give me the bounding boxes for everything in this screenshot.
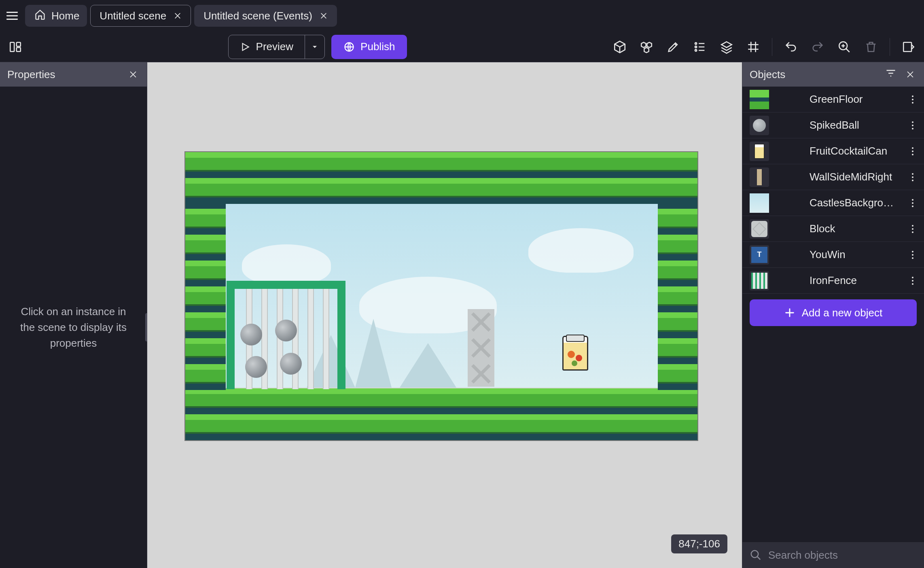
svg-point-13 xyxy=(912,125,913,126)
object-name: CastlesBackgro… xyxy=(810,197,897,209)
objects-list: GreenFloor SpikedBall FruitCocktailCan xyxy=(742,87,924,542)
svg-point-31 xyxy=(912,280,913,282)
svg-point-19 xyxy=(912,176,913,178)
object-row-block[interactable]: Block xyxy=(742,216,924,242)
topbar: Home Untitled scene Untitled scene (Even… xyxy=(0,0,924,32)
tab-home[interactable]: Home xyxy=(25,5,87,27)
object-thumb xyxy=(750,271,769,290)
toolbar: Preview Publish xyxy=(0,32,924,62)
svg-point-22 xyxy=(912,202,913,204)
object-name: IronFence xyxy=(810,274,897,287)
object-row-wallsidemidright[interactable]: WallSideMidRight xyxy=(742,164,924,190)
svg-point-27 xyxy=(912,251,913,252)
svg-point-26 xyxy=(912,231,913,233)
cursor-coordinates: 847;-106 xyxy=(671,534,727,553)
spiked-ball-instance[interactable] xyxy=(276,349,306,379)
spiked-ball-instance[interactable] xyxy=(241,352,271,382)
object-name: Block xyxy=(810,223,897,235)
spiked-ball-instance[interactable] xyxy=(236,320,266,350)
object-row-youwin[interactable]: T YouWin xyxy=(742,242,924,268)
block-stack[interactable] xyxy=(468,309,494,387)
cubes-icon[interactable] xyxy=(637,37,656,57)
object-row-castlesbackground[interactable]: CastlesBackgro… xyxy=(742,190,924,216)
iron-fence-instance[interactable] xyxy=(227,281,345,389)
object-menu-button[interactable] xyxy=(905,92,920,107)
green-floor-right[interactable] xyxy=(658,204,697,390)
block-instance[interactable] xyxy=(468,309,494,335)
object-thumb xyxy=(750,116,769,135)
search-input[interactable] xyxy=(768,549,917,562)
toolbar-separator xyxy=(772,38,772,56)
svg-rect-2 xyxy=(17,47,21,51)
green-floor-left[interactable] xyxy=(185,204,226,390)
objects-close-button[interactable] xyxy=(904,68,917,81)
green-floor-bottom[interactable] xyxy=(185,388,697,440)
object-menu-button[interactable] xyxy=(905,273,920,288)
object-row-ironfence[interactable]: IronFence xyxy=(742,268,924,294)
toolbar-separator xyxy=(890,38,890,56)
publish-button[interactable]: Publish xyxy=(331,35,407,59)
svg-point-21 xyxy=(912,199,913,201)
trash-icon[interactable] xyxy=(861,37,881,57)
toggle-panels-icon[interactable] xyxy=(6,37,25,57)
object-menu-button[interactable] xyxy=(905,144,920,159)
object-row-greenfloor[interactable]: GreenFloor xyxy=(742,87,924,112)
main-area: Properties Click on an instance in the s… xyxy=(0,62,924,568)
properties-close-button[interactable] xyxy=(127,68,140,81)
list-icon[interactable] xyxy=(690,37,710,57)
home-icon xyxy=(34,9,46,23)
object-menu-button[interactable] xyxy=(905,170,920,184)
object-name: SpikedBall xyxy=(810,119,897,131)
object-thumb xyxy=(750,167,769,187)
scene-viewport[interactable]: 847;-106 xyxy=(147,62,742,568)
grid-icon[interactable] xyxy=(744,37,763,57)
search-icon xyxy=(750,549,762,561)
svg-point-18 xyxy=(912,173,913,175)
undo-icon[interactable] xyxy=(781,37,801,57)
object-menu-button[interactable] xyxy=(905,248,920,262)
svg-point-14 xyxy=(912,128,913,129)
objects-title: Objects xyxy=(750,68,785,81)
pencil-icon[interactable] xyxy=(663,37,683,57)
add-object-button[interactable]: Add a new object xyxy=(750,299,917,326)
svg-point-30 xyxy=(912,277,913,278)
tab-close-button[interactable] xyxy=(172,10,183,21)
tab-scene-events[interactable]: Untitled scene (Events) xyxy=(194,5,337,27)
tab-home-label: Home xyxy=(51,10,79,22)
object-thumb xyxy=(750,90,769,109)
tab-close-button[interactable] xyxy=(318,10,329,21)
fruit-cocktail-can-instance[interactable] xyxy=(562,336,588,371)
svg-point-23 xyxy=(912,206,913,207)
properties-placeholder: Click on an instance in the scene to dis… xyxy=(12,304,135,351)
svg-point-9 xyxy=(912,95,913,97)
object-row-spikedball[interactable]: SpikedBall xyxy=(742,112,924,138)
scene-canvas[interactable] xyxy=(184,151,698,441)
objects-header: Objects xyxy=(742,62,924,87)
svg-rect-0 xyxy=(10,42,14,51)
object-row-fruitcocktailcan[interactable]: FruitCocktailCan xyxy=(742,138,924,164)
cube-icon[interactable] xyxy=(610,37,629,57)
redo-icon[interactable] xyxy=(808,37,827,57)
block-instance[interactable] xyxy=(468,361,494,387)
properties-title: Properties xyxy=(7,68,55,81)
zoom-icon[interactable] xyxy=(835,37,854,57)
tab-scene[interactable]: Untitled scene xyxy=(90,5,191,27)
green-floor-top[interactable] xyxy=(185,152,697,204)
object-menu-button[interactable] xyxy=(905,118,920,133)
filter-icon[interactable] xyxy=(885,68,896,82)
preview-dropdown-button[interactable] xyxy=(305,35,324,59)
main-menu-button[interactable] xyxy=(2,6,22,25)
spiked-ball-instance[interactable] xyxy=(271,316,301,345)
object-menu-button[interactable] xyxy=(905,196,920,210)
block-instance[interactable] xyxy=(468,335,494,361)
layers-icon[interactable] xyxy=(717,37,736,57)
preview-button[interactable]: Preview xyxy=(229,35,305,59)
objects-panel: Objects GreenFloor xyxy=(742,62,924,568)
properties-body: Click on an instance in the scene to dis… xyxy=(0,87,147,568)
svg-point-17 xyxy=(912,154,913,155)
svg-point-6 xyxy=(695,49,697,51)
edit-scene-icon[interactable] xyxy=(899,37,918,57)
svg-point-11 xyxy=(912,102,913,104)
object-menu-button[interactable] xyxy=(905,222,920,236)
svg-rect-8 xyxy=(903,42,911,51)
